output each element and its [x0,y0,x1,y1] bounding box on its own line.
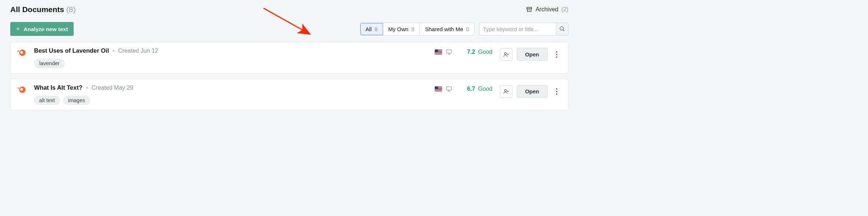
svg-point-24 [556,91,557,92]
archived-count: (2) [561,6,568,13]
more-button[interactable] [552,51,561,58]
separator-dot [113,50,115,52]
svg-point-13 [556,54,557,55]
flag-us-icon [435,86,442,92]
archive-icon [526,6,533,13]
filter-tab-my-own-count: 8 [411,26,414,32]
filter-tab-shared[interactable]: Shared with Me 0 [420,23,474,35]
search-wrap [479,23,568,36]
search-icon [559,26,565,32]
document-tag[interactable]: images [63,96,90,105]
svg-point-14 [556,56,557,58]
more-button[interactable] [552,88,561,95]
svg-point-2 [560,27,563,30]
separator-dot [86,87,88,89]
flag-us-icon [435,49,442,55]
share-button[interactable] [500,85,512,98]
archived-link[interactable]: Archived (2) [526,6,568,13]
search-input[interactable] [479,23,556,36]
document-tag[interactable]: alt text [34,96,60,105]
document-tag[interactable]: lavender [34,59,65,68]
filter-tab-shared-count: 0 [466,26,469,32]
document-score-label: Good [478,49,493,55]
filter-tab-my-own-label: My Own [388,26,408,32]
page-header: All Documents (8) [10,5,76,14]
person-add-icon [503,52,509,57]
svg-point-9 [504,52,506,54]
semrush-icon [17,48,27,57]
analyze-new-text-button[interactable]: + Analyze new text [10,22,74,36]
open-button[interactable]: Open [517,48,548,61]
document-created: Created May 29 [92,85,133,91]
svg-rect-17 [447,87,452,90]
document-row: What Is Alt Text? Created May 29 alt tex… [10,79,568,111]
svg-rect-1 [527,7,532,9]
svg-point-23 [556,88,557,90]
page-title-count: (8) [66,5,76,14]
person-add-icon [503,89,509,94]
svg-point-5 [20,51,23,54]
filter-tab-all[interactable]: All 8 [360,23,383,35]
filter-tab-all-count: 8 [375,26,378,32]
desktop-icon [446,49,452,55]
svg-point-25 [556,93,557,95]
filter-tab-my-own[interactable]: My Own 8 [383,23,420,35]
kebab-icon [556,88,557,95]
filter-tabs: All 8 My Own 8 Shared with Me 0 [360,23,475,36]
filter-tab-shared-label: Shared with Me [425,26,463,32]
analyze-button-label: Analyze new text [24,26,68,32]
svg-point-20 [504,89,506,91]
share-button[interactable] [500,48,512,61]
svg-rect-6 [447,50,452,53]
desktop-icon [446,86,452,92]
plus-icon: + [16,26,20,32]
document-score-label: Good [478,86,493,92]
svg-line-3 [563,30,564,31]
document-title[interactable]: What Is Alt Text? [34,84,82,91]
search-button[interactable] [556,23,568,36]
kebab-icon [556,51,557,58]
document-row: Best Uses of Lavender Oil Created Jun 12… [10,42,568,74]
document-title[interactable]: Best Uses of Lavender Oil [34,47,109,54]
document-score: 6.7 [467,86,475,92]
document-score: 7.2 [467,49,475,55]
document-created: Created Jun 12 [118,48,158,54]
svg-point-12 [556,51,557,53]
archived-label: Archived [535,6,558,13]
semrush-icon [17,85,27,94]
open-button[interactable]: Open [517,85,548,98]
page-title: All Documents [10,5,64,14]
filter-tab-all-label: All [366,26,372,32]
svg-point-16 [20,88,23,91]
